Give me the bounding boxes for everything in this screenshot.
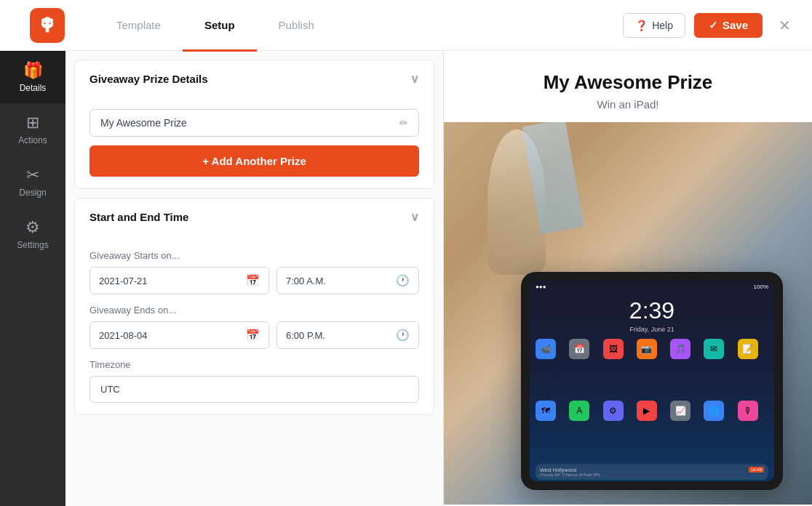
app-icon-camera: 📷 <box>637 339 657 359</box>
start-time-input[interactable] <box>286 276 390 286</box>
app-icon-stocks: 📈 <box>670 401 690 421</box>
sidebar-item-label-design: Design <box>19 188 46 198</box>
ipad-signal: ●●● <box>536 284 546 290</box>
app-icon-youtube: ▶ <box>637 401 657 421</box>
prize-details-title: Giveaway Prize Details <box>89 73 208 85</box>
prize-name-input[interactable] <box>100 117 399 129</box>
widget-weather: Cloudy 69° Chance of Rain 8% <box>540 473 764 477</box>
app-icon-notes: 📝 <box>738 339 758 359</box>
content-panel: Giveaway Prize Details ∨ ✏ + Add Another… <box>65 51 444 506</box>
app-icon-facetime: 📹 <box>536 339 556 359</box>
preview-content: My Awesome Prize Win an iPad! ●●● <box>444 51 812 506</box>
prize-details-section: Giveaway Prize Details ∨ ✏ + Add Another… <box>74 60 434 189</box>
preview-background: ●●● 100% 2:39 Friday, June 21 📹 📅 🖼 📷 <box>444 122 812 505</box>
preview-panel: My Awesome Prize Win an iPad! ●●● <box>444 51 812 506</box>
edit-icon[interactable]: ✏ <box>399 117 408 129</box>
sidebar-item-design[interactable]: ✂ Design <box>0 156 65 208</box>
end-date-field[interactable]: 📅 <box>89 321 269 349</box>
app-icon-appstore: A <box>569 401 589 421</box>
nav-tabs: Template Setup Publish <box>95 0 623 51</box>
end-time-field[interactable]: 🕐 <box>276 321 419 349</box>
ends-label: Giveaway Ends on... <box>89 305 419 316</box>
settings-icon: ⚙ <box>25 218 40 237</box>
start-date-input[interactable] <box>99 276 240 286</box>
widget-nasdaq: 19.48 <box>749 467 764 473</box>
close-button[interactable]: ✕ <box>771 12 797 39</box>
ipad-widget: West Hollywood 19.48 Cloudy 69° Chance o… <box>536 464 768 480</box>
ipad-frame: ●●● 100% 2:39 Friday, June 21 📹 📅 🖼 📷 <box>521 272 783 490</box>
timezone-label: Timezone <box>89 359 419 370</box>
end-date-input[interactable] <box>99 330 240 341</box>
start-time-field[interactable]: 🕐 <box>276 267 419 294</box>
add-prize-button[interactable]: + Add Another Prize <box>89 145 419 177</box>
preview-image: ●●● 100% 2:39 Friday, June 21 📹 📅 🖼 📷 <box>444 122 812 505</box>
help-button[interactable]: ❓ Help <box>623 13 685 38</box>
app-icon-music: 🎵 <box>670 339 690 359</box>
check-icon: ✓ <box>709 19 718 32</box>
widget-city: West Hollywood <box>540 467 576 473</box>
starts-label: Giveaway Starts on... <box>89 250 419 261</box>
actions-icon: ⊞ <box>26 113 39 132</box>
tab-setup[interactable]: Setup <box>183 1 257 52</box>
clock-icon-2: 🕐 <box>396 329 410 342</box>
app-icon-podcasts: 🎙 <box>738 401 758 421</box>
time-section-header[interactable]: Start and End Time ∨ <box>75 198 434 236</box>
app-icon-safari: 🌐 <box>704 401 724 421</box>
ipad-clock: 2:39 <box>530 293 774 326</box>
main-layout: 🎁 Details ⊞ Actions ✂ Design ⚙ Settings … <box>0 51 812 506</box>
sidebar-item-settings[interactable]: ⚙ Settings <box>0 208 65 260</box>
end-date-time-row: 📅 🕐 <box>89 321 419 349</box>
calendar-icon-2: 📅 <box>246 329 260 342</box>
time-section-title: Start and End Time <box>89 211 188 223</box>
start-date-time-row: 📅 🕐 <box>89 267 419 294</box>
chevron-down-icon-2: ∨ <box>410 210 419 224</box>
save-label: Save <box>723 19 748 31</box>
app-icon-photos: 🖼 <box>603 339 624 359</box>
preview-title: My Awesome Prize <box>458 71 797 94</box>
end-time-input[interactable] <box>286 330 390 341</box>
top-nav: Template Setup Publish ❓ Help ✓ Save ✕ <box>0 0 812 51</box>
nav-actions: ❓ Help ✓ Save ✕ <box>623 12 797 39</box>
add-prize-label: + Add Another Prize <box>202 155 306 167</box>
chevron-down-icon: ∨ <box>410 72 419 86</box>
app-icon-calendar: 📅 <box>569 339 589 359</box>
timezone-field[interactable]: UTC <box>89 376 419 403</box>
calendar-icon: 📅 <box>246 274 260 287</box>
save-button[interactable]: ✓ Save <box>694 13 763 38</box>
gift-icon: 🎁 <box>23 61 43 80</box>
widget-row1: West Hollywood 19.48 <box>540 467 764 473</box>
time-section-body: Giveaway Starts on... 📅 🕐 Giveaway Ends … <box>75 236 434 414</box>
sidebar-item-details[interactable]: 🎁 Details <box>0 51 65 103</box>
prize-input-row: ✏ <box>89 109 419 137</box>
preview-title-area: My Awesome Prize Win an iPad! <box>444 51 812 122</box>
preview-subtitle: Win an iPad! <box>458 98 797 111</box>
app-icon-settings2: ⚙ <box>603 401 624 421</box>
ipad-app-grid: 📹 📅 🖼 📷 🎵 ✉ 📝 🗺 A ⚙ <box>530 336 774 462</box>
sidebar-item-label-actions: Actions <box>18 135 47 145</box>
ipad-mockup: ●●● 100% 2:39 Friday, June 21 📹 📅 🖼 📷 <box>521 272 797 505</box>
app-logo <box>30 8 65 43</box>
sidebar-item-label-settings: Settings <box>17 240 48 250</box>
bunny-icon <box>37 15 57 36</box>
ipad-date: Friday, June 21 <box>530 326 774 333</box>
time-section: Start and End Time ∨ Giveaway Starts on.… <box>74 198 434 415</box>
tab-publish[interactable]: Publish <box>257 1 336 52</box>
clock-icon: 🕐 <box>396 274 410 287</box>
logo-area <box>15 8 80 43</box>
sidebar: 🎁 Details ⊞ Actions ✂ Design ⚙ Settings <box>0 51 65 506</box>
help-icon: ❓ <box>635 20 648 31</box>
start-date-field[interactable]: 📅 <box>89 267 269 294</box>
tab-template[interactable]: Template <box>95 1 183 52</box>
sidebar-item-actions[interactable]: ⊞ Actions <box>0 103 65 156</box>
prize-details-header[interactable]: Giveaway Prize Details ∨ <box>75 60 434 97</box>
prize-details-body: ✏ + Add Another Prize <box>75 97 434 188</box>
sidebar-item-label-details: Details <box>20 83 47 93</box>
ipad-screen: ●●● 100% 2:39 Friday, June 21 📹 📅 🖼 📷 <box>530 281 774 481</box>
design-icon: ✂ <box>26 166 39 185</box>
ipad-battery: 100% <box>754 284 768 290</box>
help-label: Help <box>652 20 673 31</box>
ipad-status-bar: ●●● 100% <box>530 281 774 293</box>
app-icon-maps: 🗺 <box>536 401 556 421</box>
app-icon-mail: ✉ <box>704 339 724 359</box>
